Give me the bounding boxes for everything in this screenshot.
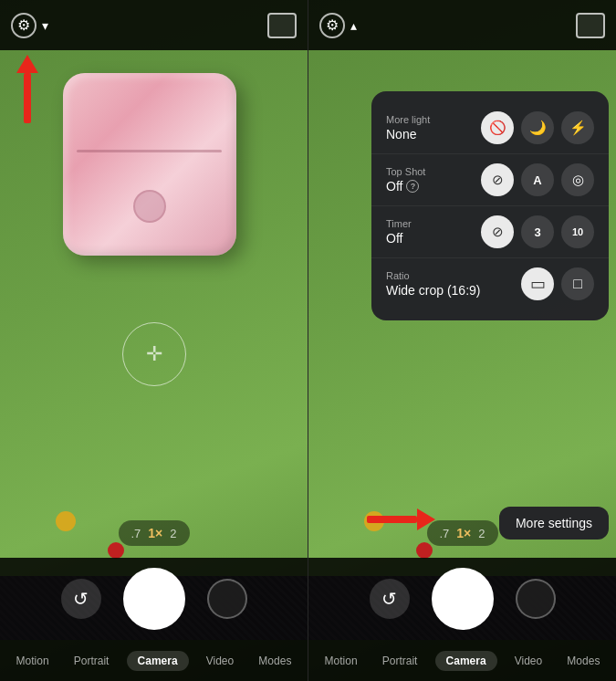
shutter-button[interactable] xyxy=(123,568,185,630)
right-panel: ⚙ ▴ More light None 🚫 🌙 ⚡ Top Shot Off ? xyxy=(308,0,616,681)
arrow-shaft-horizontal xyxy=(367,516,417,523)
top-shot-title: Top Shot xyxy=(386,166,425,177)
red-arrow-right xyxy=(367,508,435,530)
pairing-button xyxy=(133,190,166,223)
ratio-icons: ▭ □ xyxy=(521,267,594,300)
top-shot-row: Top Shot Off ? ⊘ A ◎ xyxy=(371,154,609,206)
camera-controls: ↺ xyxy=(0,558,308,640)
ratio-value: Wide crop (16:9) xyxy=(386,283,480,298)
zoom-bar: .7 1× 2 xyxy=(118,520,189,546)
zoom-2[interactable]: 2 xyxy=(170,527,176,540)
ratio-title: Ratio xyxy=(386,270,480,281)
left-panel: ⚙ ▾ ✛ .7 1× 2 ↺ Moti xyxy=(0,0,308,681)
timer-off-icon[interactable]: ⊘ xyxy=(481,215,514,248)
nav-camera-active-right[interactable]: Camera xyxy=(435,651,497,671)
gallery-icon[interactable] xyxy=(267,13,297,38)
gear-icon[interactable]: ⚙ xyxy=(11,13,37,38)
zoom-1x-right[interactable]: 1× xyxy=(456,526,471,540)
timer-3s-icon[interactable]: 3 xyxy=(521,215,554,248)
zoom-bar-right: .7 1× 2 xyxy=(426,520,497,546)
decoration-dot-yellow xyxy=(56,511,76,531)
more-light-label: More light None xyxy=(386,114,430,141)
more-light-row: More light None 🚫 🌙 ⚡ xyxy=(371,102,609,154)
chevron-down-icon[interactable]: ▾ xyxy=(42,18,48,33)
top-shot-auto-icon[interactable]: A xyxy=(521,163,554,196)
shutter-inner-right xyxy=(437,573,488,624)
zoom-07[interactable]: .7 xyxy=(131,527,141,540)
more-light-icons: 🚫 🌙 ⚡ xyxy=(481,111,594,144)
timer-row: Timer Off ⊘ 3 10 xyxy=(371,206,609,258)
airpods-case-container xyxy=(63,73,245,274)
settings-panel: More light None 🚫 🌙 ⚡ Top Shot Off ? ⊘ A… xyxy=(371,91,609,320)
nav-motion[interactable]: Motion xyxy=(9,651,57,671)
gallery-thumbnail[interactable] xyxy=(207,579,247,619)
rotate-button-right[interactable]: ↺ xyxy=(370,579,410,619)
shutter-inner xyxy=(129,573,180,624)
focus-ring: ✛ xyxy=(122,322,186,386)
decoration-dot-red xyxy=(108,542,124,559)
top-shot-on-icon[interactable]: ◎ xyxy=(561,163,594,196)
red-arrow-up xyxy=(16,55,38,123)
gallery-icon-right[interactable] xyxy=(576,13,605,38)
ratio-wide-icon[interactable]: ▭ xyxy=(521,267,554,300)
camera-controls-right: ↺ xyxy=(308,558,616,640)
timer-value: Off xyxy=(386,231,412,246)
airpods-case xyxy=(63,73,236,256)
nav-video[interactable]: Video xyxy=(199,651,241,671)
arrow-head xyxy=(16,55,38,73)
settings-controls-right: ⚙ ▴ xyxy=(319,13,357,38)
chevron-up-icon[interactable]: ▴ xyxy=(350,18,357,33)
nav-modes[interactable]: Modes xyxy=(251,651,298,671)
timer-10s-icon[interactable]: 10 xyxy=(561,215,594,248)
nav-portrait-right[interactable]: Portrait xyxy=(375,651,425,671)
timer-label: Timer Off xyxy=(386,218,412,246)
ratio-row: Ratio Wide crop (16:9) ▭ □ xyxy=(371,258,609,309)
top-bar-left: ⚙ ▾ xyxy=(0,0,308,50)
zoom-2-right[interactable]: 2 xyxy=(478,527,485,540)
gallery-thumbnail-right[interactable] xyxy=(516,579,556,619)
nav-video-right[interactable]: Video xyxy=(507,651,549,671)
arrow-head-right xyxy=(417,508,435,530)
top-shot-label: Top Shot Off ? xyxy=(386,166,425,194)
top-shot-icons: ⊘ A ◎ xyxy=(481,163,594,196)
shutter-button-right[interactable] xyxy=(432,568,494,630)
settings-controls: ⚙ ▾ xyxy=(11,13,48,38)
more-light-value: None xyxy=(386,127,430,141)
zoom-07-right[interactable]: .7 xyxy=(439,527,449,540)
rotate-button[interactable]: ↺ xyxy=(61,579,101,619)
night-mode-icon[interactable]: 🌙 xyxy=(521,111,554,144)
zoom-1x[interactable]: 1× xyxy=(148,526,162,540)
top-shot-value: Off ? xyxy=(386,179,425,194)
ratio-square-icon[interactable]: □ xyxy=(561,267,594,300)
timer-icons: ⊘ 3 10 xyxy=(481,215,594,248)
bottom-navigation-left: Motion Portrait Camera Video Modes xyxy=(0,640,308,681)
info-icon: ? xyxy=(406,180,419,193)
nav-portrait[interactable]: Portrait xyxy=(67,651,117,671)
nav-camera-active[interactable]: Camera xyxy=(127,651,189,671)
nav-modes-right[interactable]: Modes xyxy=(559,651,607,671)
timer-title: Timer xyxy=(386,218,412,229)
bottom-navigation-right: Motion Portrait Camera Video Modes xyxy=(308,640,616,681)
nav-motion-right[interactable]: Motion xyxy=(318,651,365,671)
decoration-dot-red-right xyxy=(416,542,433,559)
gear-icon-right[interactable]: ⚙ xyxy=(319,13,345,38)
flash-icon[interactable]: ⚡ xyxy=(561,111,594,144)
arrow-shaft xyxy=(24,73,31,123)
ratio-label: Ratio Wide crop (16:9) xyxy=(386,270,480,298)
no-light-icon[interactable]: 🚫 xyxy=(481,111,514,144)
more-settings-button[interactable]: More settings xyxy=(499,507,609,540)
crosshair-icon: ✛ xyxy=(146,342,162,366)
top-shot-off-icon[interactable]: ⊘ xyxy=(481,163,514,196)
hinge xyxy=(136,146,163,153)
top-bar-right: ⚙ ▴ xyxy=(308,0,616,50)
more-light-title: More light xyxy=(386,114,430,125)
